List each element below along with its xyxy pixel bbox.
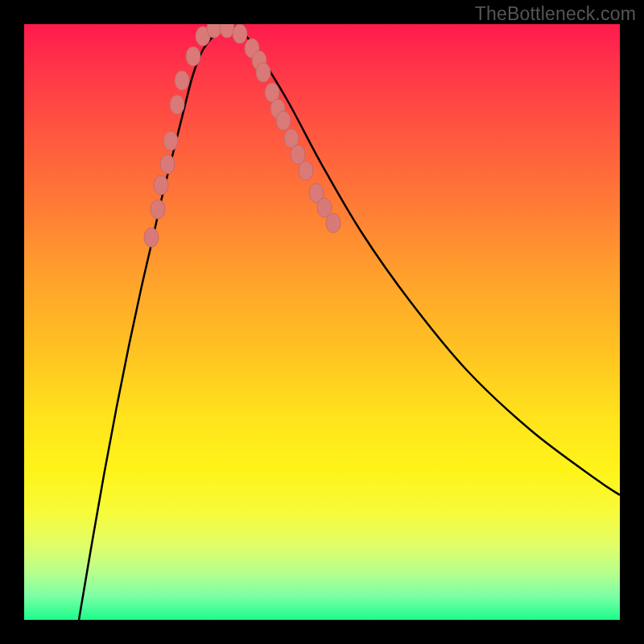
- watermark-text: TheBottleneck.com: [475, 3, 636, 25]
- bottleneck-curve: [79, 27, 620, 620]
- curve-marker: [291, 145, 305, 164]
- curve-marker: [256, 63, 270, 82]
- curve-marker: [160, 155, 175, 174]
- curve-marker: [154, 175, 168, 195]
- curve-marker: [233, 24, 247, 43]
- curve-marker: [299, 161, 313, 180]
- chart-frame: TheBottleneck.com: [0, 0, 644, 644]
- curve-marker: [220, 24, 234, 38]
- curve-marker: [326, 213, 341, 233]
- curve-marker: [163, 131, 178, 151]
- curve-marker: [170, 95, 184, 114]
- curve-marker: [151, 200, 165, 219]
- curve-marker: [186, 47, 200, 66]
- curve-layer: [24, 24, 620, 620]
- curve-marker: [276, 111, 291, 130]
- curve-marker: [175, 71, 189, 90]
- curve-marker: [144, 228, 159, 247]
- plot-area: [24, 24, 620, 620]
- curve-markers: [144, 24, 341, 247]
